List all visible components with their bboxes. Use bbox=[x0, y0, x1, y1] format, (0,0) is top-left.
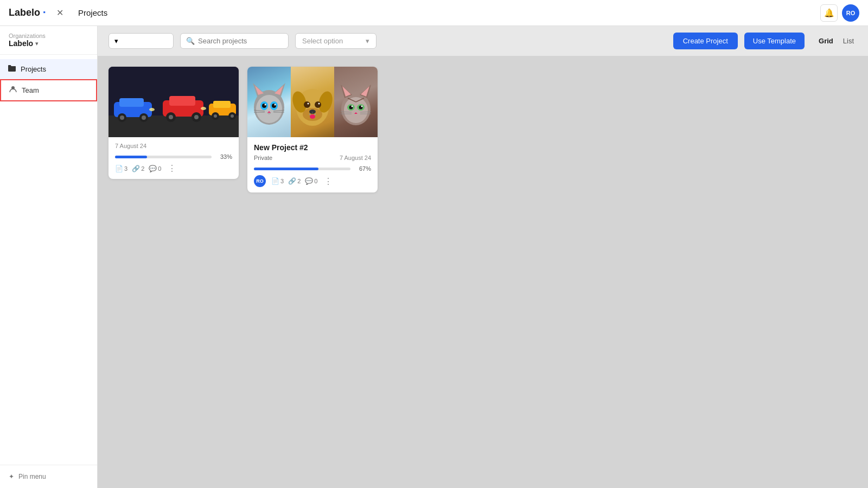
close-icon: ✕ bbox=[56, 8, 63, 18]
svg-point-46 bbox=[315, 101, 321, 108]
svg-point-35 bbox=[275, 104, 276, 106]
svg-point-45 bbox=[304, 101, 310, 108]
progress-percentage: 33% bbox=[216, 153, 232, 160]
cat-thumbnail-grid bbox=[247, 67, 378, 137]
svg-point-23 bbox=[201, 107, 206, 110]
topbar-actions: 🔔 RO bbox=[820, 4, 859, 22]
svg-point-19 bbox=[214, 114, 217, 118]
page-title: Projects bbox=[78, 8, 814, 17]
pin-menu-label: Pin menu bbox=[18, 473, 46, 480]
team-icon bbox=[9, 85, 17, 95]
card-date: 7 August 24 bbox=[340, 155, 371, 161]
card-title: New Project #2 bbox=[254, 143, 308, 152]
user-avatar[interactable]: RO bbox=[842, 4, 859, 22]
user-avatar-small: RO bbox=[254, 175, 266, 187]
list-view-button[interactable]: List bbox=[840, 35, 857, 47]
progress-fill bbox=[254, 168, 318, 170]
sort-dropdown[interactable]: ▾ bbox=[108, 33, 174, 49]
svg-point-63 bbox=[352, 106, 353, 107]
comments-count: 0 bbox=[314, 178, 317, 184]
org-section: Organizations Labelo ▾ bbox=[0, 26, 97, 55]
svg-point-48 bbox=[318, 103, 320, 105]
svg-point-25 bbox=[256, 95, 282, 123]
bell-icon: 🔔 bbox=[824, 8, 834, 18]
links-count: 2 bbox=[297, 178, 301, 184]
files-count: 3 bbox=[280, 178, 284, 184]
svg-point-47 bbox=[308, 103, 309, 105]
close-button[interactable]: ✕ bbox=[52, 5, 67, 21]
svg-point-15 bbox=[194, 115, 199, 119]
project-card[interactable]: New Project #2 Private 7 August 24 67% bbox=[247, 67, 378, 192]
notification-bell-button[interactable]: 🔔 bbox=[820, 4, 838, 22]
project-card[interactable]: 7 August 24 33% 📄 3 bbox=[108, 67, 239, 179]
svg-point-50 bbox=[310, 114, 315, 119]
search-icon: 🔍 bbox=[186, 37, 195, 45]
projects-grid: 7 August 24 33% 📄 3 bbox=[98, 56, 868, 203]
cat-image-3 bbox=[334, 67, 378, 137]
svg-point-34 bbox=[265, 104, 266, 106]
search-box: 🔍 bbox=[180, 33, 289, 49]
card-body: New Project #2 Private 7 August 24 67% bbox=[247, 137, 378, 192]
card-thumbnail bbox=[108, 67, 239, 137]
sidebar: Organizations Labelo ▾ Projects bbox=[0, 26, 98, 488]
grid-view-button[interactable]: Grid bbox=[815, 35, 837, 47]
search-input[interactable] bbox=[198, 37, 289, 45]
progress-bar bbox=[115, 156, 212, 158]
projects-toolbar: ▾ 🔍 Select option ▾ Create Project Use T… bbox=[98, 26, 868, 56]
svg-rect-11 bbox=[169, 96, 195, 106]
use-template-button[interactable]: Use Template bbox=[744, 33, 805, 49]
files-stat: 📄 3 bbox=[115, 165, 127, 172]
svg-point-22 bbox=[149, 108, 155, 111]
svg-point-52 bbox=[344, 97, 368, 123]
links-stat: 🔗 2 bbox=[288, 177, 301, 185]
card-menu-button[interactable]: ⋮ bbox=[167, 163, 177, 174]
progress-bar bbox=[254, 168, 350, 170]
svg-rect-17 bbox=[213, 101, 231, 108]
sidebar-item-team-label: Team bbox=[22, 86, 39, 94]
content-area: ▾ 🔍 Select option ▾ Create Project Use T… bbox=[98, 26, 868, 488]
filter-label: Select option bbox=[302, 37, 343, 45]
cat-image-1 bbox=[247, 67, 291, 137]
avatar-initials: RO bbox=[846, 10, 856, 16]
card-stats: 📄 3 🔗 2 💬 0 bbox=[271, 177, 317, 185]
comments-count: 0 bbox=[158, 165, 161, 172]
progress-row: 67% bbox=[254, 165, 371, 172]
files-count: 3 bbox=[124, 165, 127, 172]
chevron-down-icon: ▾ bbox=[114, 37, 118, 45]
svg-point-21 bbox=[231, 114, 234, 118]
folder-icon bbox=[8, 64, 16, 74]
sidebar-item-projects[interactable]: Projects bbox=[0, 59, 97, 79]
svg-point-64 bbox=[361, 106, 363, 107]
card-menu-button[interactable]: ⋮ bbox=[323, 176, 334, 187]
card-footer: RO 📄 3 🔗 2 💬 bbox=[254, 175, 371, 187]
card-private: Private bbox=[254, 155, 272, 161]
pin-icon: ✦ bbox=[9, 473, 14, 480]
svg-point-9 bbox=[142, 115, 146, 120]
avatar-initials: RO bbox=[256, 178, 264, 184]
comment-icon: 💬 bbox=[305, 177, 313, 185]
logo-text: Labelo bbox=[9, 7, 40, 18]
links-stat: 🔗 2 bbox=[132, 165, 144, 172]
pin-menu-button[interactable]: ✦ Pin menu bbox=[0, 465, 97, 488]
card-thumbnail bbox=[247, 67, 378, 137]
org-name: Labelo bbox=[9, 39, 33, 48]
sidebar-nav: Projects Team bbox=[0, 55, 97, 465]
links-count: 2 bbox=[141, 165, 144, 172]
view-toggle: Grid List bbox=[815, 35, 857, 47]
card-meta: 7 August 24 bbox=[115, 143, 232, 149]
progress-fill bbox=[115, 156, 147, 158]
logo-dot: ᐧ bbox=[42, 6, 46, 20]
svg-rect-5 bbox=[119, 98, 144, 107]
filter-dropdown[interactable]: Select option ▾ bbox=[295, 33, 376, 49]
link-icon: 🔗 bbox=[132, 165, 140, 172]
sidebar-item-team[interactable]: Team bbox=[0, 79, 97, 101]
comments-stat: 💬 0 bbox=[305, 177, 317, 185]
chevron-down-icon: ▾ bbox=[35, 40, 39, 47]
file-icon: 📄 bbox=[271, 177, 279, 185]
org-name-row[interactable]: Labelo ▾ bbox=[9, 39, 88, 48]
create-project-button[interactable]: Create Project bbox=[673, 33, 738, 49]
card-body: 7 August 24 33% 📄 3 bbox=[108, 137, 239, 179]
card-footer: 📄 3 🔗 2 💬 0 ⋮ bbox=[115, 163, 232, 174]
card-stats: 📄 3 🔗 2 💬 0 bbox=[115, 165, 161, 172]
svg-point-13 bbox=[169, 115, 173, 119]
